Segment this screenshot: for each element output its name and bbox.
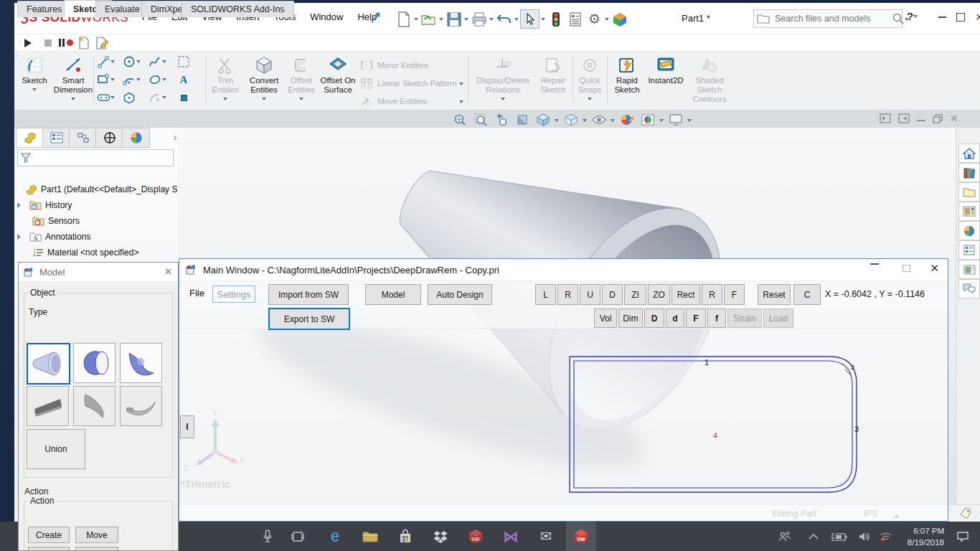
rectangle-dropdown[interactable] — [110, 78, 115, 83]
search-box[interactable] — [753, 9, 903, 28]
section-view-icon[interactable] — [513, 111, 531, 129]
new-dropdown[interactable] — [414, 18, 418, 23]
tree-item-annotations[interactable]: A Annotations — [17, 230, 90, 244]
convert-dropdown[interactable] — [262, 98, 266, 103]
tray-battery-icon[interactable] — [826, 522, 852, 551]
type-cone-button[interactable] — [27, 343, 70, 385]
view-settings-dropdown[interactable] — [687, 119, 692, 124]
import-from-sw-button[interactable]: Import from SW — [268, 284, 349, 305]
pan-left-button[interactable]: L — [535, 284, 556, 305]
ribbon-instant2d-button[interactable]: Instant2D — [646, 55, 686, 85]
dimxpertmanager-tab[interactable] — [95, 128, 123, 148]
trim-dropdown[interactable] — [223, 98, 227, 103]
view-orientation-dropdown[interactable] — [555, 119, 559, 124]
stop-macro-icon[interactable] — [39, 34, 57, 52]
print-dropdown[interactable] — [489, 18, 494, 23]
c-button[interactable]: C — [793, 284, 821, 305]
undo-dropdown[interactable] — [514, 18, 519, 23]
minimize-icon[interactable] — [933, 10, 951, 24]
select-entities-icon[interactable] — [176, 55, 191, 69]
taskbar-solidworks-icon[interactable]: SW — [461, 522, 491, 551]
zoom-to-area-icon[interactable] — [471, 111, 489, 129]
zoom-out-button[interactable]: ZO — [648, 284, 670, 305]
type-blade-button[interactable] — [73, 386, 116, 426]
circle-tool-icon[interactable] — [122, 55, 136, 69]
record-pause-macro-icon[interactable] — [57, 34, 75, 52]
tree-item-sensors[interactable]: Sensors — [32, 214, 80, 228]
design-library-icon[interactable] — [958, 163, 980, 182]
dialog-restore-icon[interactable] — [903, 265, 910, 272]
point-tool-icon[interactable] — [176, 90, 191, 105]
taskbar-visual-studio-icon[interactable]: ⋈ — [496, 522, 526, 551]
ribbon-rapid-sketch-button[interactable]: Rapid Sketch — [610, 55, 644, 95]
ribbon-mirror-entities[interactable]: Mirror Entities — [360, 57, 465, 73]
ribbon-offset-entities-button[interactable]: Offset Entities — [286, 55, 317, 101]
pan-up-button[interactable]: U — [580, 284, 600, 305]
d-upper-button[interactable]: D — [644, 309, 664, 328]
search-folder-icon[interactable] — [757, 14, 770, 24]
auto-design-button[interactable]: Auto Design — [428, 284, 492, 305]
expand-icon[interactable] — [17, 234, 24, 240]
resize-grip[interactable]: ⋰ — [973, 511, 980, 519]
model-panel-titlebar[interactable]: Model ✕ — [19, 263, 178, 282]
file-properties-icon[interactable] — [566, 10, 584, 28]
quick-snaps-dropdown[interactable] — [588, 98, 592, 103]
export-to-sw-button[interactable]: Export to SW — [268, 308, 350, 330]
reset-button[interactable]: Reset — [758, 284, 791, 305]
featuremanager-tree-tab[interactable] — [16, 128, 44, 148]
edit-appearance-icon[interactable] — [618, 111, 636, 129]
options-dropdown[interactable] — [605, 18, 609, 23]
slot-dropdown[interactable] — [110, 96, 115, 101]
taskbar-dropbox-icon[interactable] — [425, 522, 456, 551]
tray-clock[interactable]: 6:07 PM 8/19/2018 — [898, 526, 944, 548]
ribbon-sketch-button[interactable]: Sketch — [16, 55, 53, 92]
tray-people-icon[interactable] — [772, 522, 798, 551]
tab-solidworks-addins[interactable]: SOLIDWORKS Add-Ins — [182, 1, 294, 17]
file-explorer-icon[interactable] — [958, 182, 980, 202]
ribbon-convert-entities-button[interactable]: Convert Entities — [245, 55, 283, 101]
close-icon[interactable]: ✕ — [970, 10, 980, 24]
open-dropdown[interactable] — [439, 18, 443, 23]
model-panel-close-icon[interactable]: ✕ — [164, 266, 172, 277]
select-dropdown[interactable] — [541, 18, 545, 23]
create-button[interactable]: Create — [28, 527, 70, 543]
collapse-right-pane-icon[interactable] — [898, 113, 910, 123]
sketch-dropdown[interactable] — [32, 88, 37, 93]
tag-icon[interactable] — [960, 508, 971, 519]
sketch-fillet-icon[interactable] — [148, 90, 162, 105]
apply-scene-dropdown[interactable] — [659, 119, 664, 124]
taskbar-microphone-icon[interactable] — [253, 522, 283, 551]
new-document-icon[interactable] — [395, 10, 413, 28]
tray-network-icon[interactable] — [874, 522, 898, 551]
arc-dropdown[interactable] — [136, 78, 141, 83]
slot-tool-icon[interactable] — [96, 90, 110, 105]
tree-item-history[interactable]: History — [17, 198, 72, 212]
taskbar-task-view-icon[interactable] — [283, 522, 313, 551]
tree-filter-box[interactable] — [17, 149, 174, 166]
d-lower-button[interactable]: d — [666, 309, 684, 328]
save-icon[interactable] — [445, 10, 463, 28]
move-button[interactable]: Move — [75, 527, 118, 543]
apply-scene-icon[interactable] — [639, 111, 656, 129]
view-orientation-icon[interactable] — [534, 111, 552, 129]
save-dropdown[interactable] — [464, 18, 468, 23]
taskbar-edge-icon[interactable]: e — [320, 522, 350, 551]
home-icon[interactable] — [958, 143, 980, 163]
forum-icon[interactable] — [958, 279, 980, 298]
type-sheet-button[interactable] — [120, 386, 162, 426]
rect-button[interactable]: Rect — [672, 284, 700, 305]
displaymanager-tab[interactable] — [122, 128, 150, 148]
zoom-in-button[interactable]: ZI — [624, 284, 646, 305]
tree-root-part1[interactable]: Part1 (Default<<Default>_Display State — [26, 182, 192, 197]
pan-down-button[interactable]: D — [602, 284, 623, 305]
ribbon-move-entities[interactable]: Move Entities — [360, 93, 465, 109]
doc-close-icon[interactable]: ✕ — [950, 113, 958, 124]
custom-properties-icon[interactable] — [958, 240, 980, 260]
pin-icon[interactable] — [371, 11, 382, 24]
propertymanager-tab[interactable] — [42, 128, 70, 148]
search-input[interactable] — [773, 13, 892, 24]
pan-right-button[interactable]: R — [557, 284, 578, 305]
menu-window[interactable]: Window — [303, 11, 350, 22]
ribbon-smart-dimension-button[interactable]: Smart Dimension — [53, 55, 93, 101]
appearance-cube-icon[interactable] — [611, 10, 628, 28]
